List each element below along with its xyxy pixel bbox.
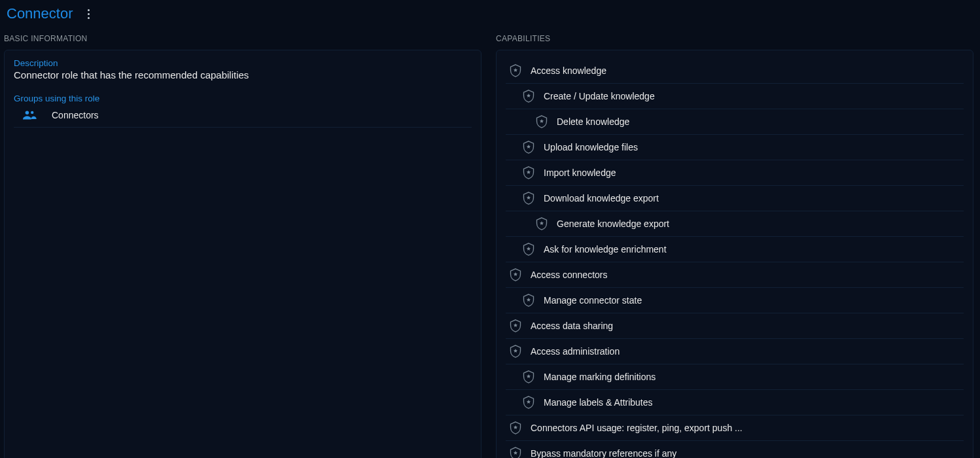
capability-icon xyxy=(521,166,536,180)
capability-item[interactable]: Access connectors xyxy=(506,262,964,288)
capability-label: Manage connector state xyxy=(544,295,642,306)
capability-item[interactable]: Ask for knowledge enrichment xyxy=(506,237,964,262)
capability-label: Create / Update knowledge xyxy=(544,91,655,101)
capability-icon xyxy=(508,268,523,282)
capability-icon xyxy=(521,191,536,205)
shield-star-icon xyxy=(509,319,522,333)
capability-label: Download knowledge export xyxy=(544,193,659,203)
basic-info-panel: Description Connector role that has the … xyxy=(4,50,481,458)
capabilities-header: CAPABILITIES xyxy=(496,34,973,43)
group-icon-wrap xyxy=(23,110,37,120)
capability-icon xyxy=(508,446,523,458)
shield-star-icon xyxy=(522,242,535,256)
description-label: Description xyxy=(14,58,472,68)
description-text: Connector role that has the recommended … xyxy=(14,69,472,80)
capability-item[interactable]: Access data sharing xyxy=(506,313,964,339)
capability-item[interactable]: Generate knowledge export xyxy=(506,211,964,237)
shield-star-icon xyxy=(509,421,522,435)
basic-info-header: BASIC INFORMATION xyxy=(4,34,481,43)
capability-icon xyxy=(508,63,523,78)
shield-star-icon xyxy=(535,114,548,129)
capability-label: Bypass mandatory references if any xyxy=(531,448,676,458)
shield-star-icon xyxy=(522,370,535,384)
capability-label: Access connectors xyxy=(531,270,608,280)
capability-item[interactable]: Manage marking definitions xyxy=(506,364,964,390)
capability-icon xyxy=(521,395,536,410)
capability-item[interactable]: Connectors API usage: register, ping, ex… xyxy=(506,415,964,441)
shield-star-icon xyxy=(535,217,548,231)
capability-icon xyxy=(521,370,536,384)
capability-item[interactable]: Manage labels & Attributes xyxy=(506,390,964,415)
capability-label: Access knowledge xyxy=(531,65,606,76)
capability-item[interactable]: Upload knowledge files xyxy=(506,135,964,160)
capability-item[interactable]: Access administration xyxy=(506,339,964,364)
capabilities-panel: Access knowledge Create / Update knowled… xyxy=(496,50,973,458)
group-row[interactable]: Connectors xyxy=(14,105,472,128)
group-icon xyxy=(23,110,37,120)
page-title: Connector xyxy=(7,5,73,22)
shield-star-icon xyxy=(522,191,535,205)
capability-icon xyxy=(534,217,549,231)
page-header: Connector xyxy=(0,0,980,26)
shield-star-icon xyxy=(522,395,535,410)
capability-label: Delete knowledge xyxy=(557,116,629,127)
capability-icon xyxy=(508,319,523,333)
capability-item[interactable]: Delete knowledge xyxy=(506,109,964,135)
capability-icon xyxy=(508,421,523,435)
svg-point-0 xyxy=(26,111,29,115)
capability-item[interactable]: Access knowledge xyxy=(506,58,964,84)
capability-icon xyxy=(521,89,536,103)
capability-icon xyxy=(521,140,536,154)
svg-point-1 xyxy=(31,111,33,114)
shield-star-icon xyxy=(509,63,522,78)
capability-icon xyxy=(508,344,523,359)
basic-information-column: BASIC INFORMATION Description Connector … xyxy=(4,31,481,458)
groups-label: Groups using this role xyxy=(14,94,472,103)
shield-star-icon xyxy=(522,293,535,308)
capability-label: Connectors API usage: register, ping, ex… xyxy=(531,423,743,433)
capability-label: Upload knowledge files xyxy=(544,142,638,152)
capability-item[interactable]: Create / Update knowledge xyxy=(506,84,964,109)
more-options-button[interactable] xyxy=(85,7,92,22)
shield-star-icon xyxy=(522,140,535,154)
capability-label: Access data sharing xyxy=(531,321,613,331)
capability-icon xyxy=(521,293,536,308)
capability-label: Import knowledge xyxy=(544,167,616,178)
capability-label: Manage marking definitions xyxy=(544,372,656,382)
capability-item[interactable]: Download knowledge export xyxy=(506,186,964,211)
shield-star-icon xyxy=(522,89,535,103)
capability-item[interactable]: Import knowledge xyxy=(506,160,964,186)
shield-star-icon xyxy=(522,166,535,180)
capability-label: Ask for knowledge enrichment xyxy=(544,244,667,255)
capability-icon xyxy=(521,242,536,256)
capability-label: Generate knowledge export xyxy=(557,219,669,229)
capability-item[interactable]: Bypass mandatory references if any xyxy=(506,441,964,458)
capability-item[interactable]: Manage connector state xyxy=(506,288,964,313)
capability-label: Access administration xyxy=(531,346,620,357)
capability-label: Manage labels & Attributes xyxy=(544,397,653,408)
shield-star-icon xyxy=(509,344,522,359)
capability-icon xyxy=(534,114,549,129)
shield-star-icon xyxy=(509,268,522,282)
capabilities-column: CAPABILITIES Access knowledge Create / U… xyxy=(496,31,973,458)
shield-star-icon xyxy=(509,446,522,458)
group-name: Connectors xyxy=(52,110,99,120)
